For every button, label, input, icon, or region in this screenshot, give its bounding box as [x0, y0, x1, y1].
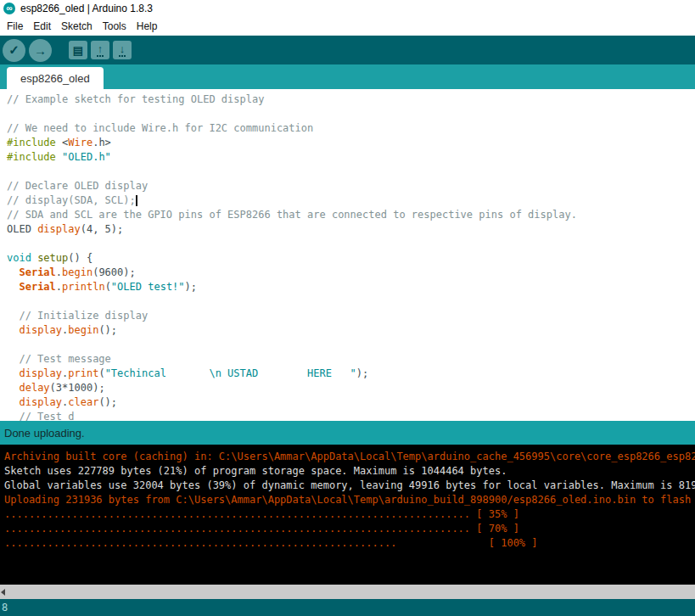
console-output[interactable]: Archiving built core (caching) in: C:\Us… [0, 445, 695, 585]
new-sketch-button[interactable]: ▤ [69, 41, 87, 59]
menu-tools[interactable]: Tools [98, 19, 132, 34]
arduino-ide-window: ∞ esp8266_oled | Arduino 1.8.3 File Edit… [0, 0, 695, 616]
code-line: display.print("Techincal \n USTAD HERE "… [7, 367, 695, 381]
menu-bar: File Edit Sketch Tools Help [0, 17, 695, 35]
code-line: // display(SDA, SCL); [7, 193, 695, 208]
code-line: // Test message [7, 352, 695, 367]
down-arrow-icon: ↓ [119, 44, 126, 57]
console-line: Global variables use 32004 bytes (39%) o… [4, 479, 695, 493]
save-button[interactable]: ↓ [113, 41, 132, 59]
code-line: // We need to include Wire.h for I2C com… [7, 121, 695, 136]
code-line: void setup() { [7, 251, 695, 266]
tab-strip: esp8266_oled [0, 64, 695, 89]
code-line [7, 294, 695, 309]
console-line: ........................................… [4, 522, 695, 536]
code-line: delay(3*1000); [7, 381, 695, 395]
console-line: ........................................… [4, 507, 695, 522]
code-line: display.begin(); [7, 323, 695, 338]
status-bar: Done uploading. [0, 421, 695, 445]
window-title: esp8266_oled | Arduino 1.8.3 [20, 3, 153, 14]
code-line [7, 165, 695, 179]
tab-esp8266-oled[interactable]: esp8266_oled [7, 67, 104, 89]
verify-button[interactable]: ✓ [3, 39, 25, 62]
console-line: ........................................… [4, 536, 695, 551]
upload-button[interactable]: → [29, 39, 52, 62]
up-arrow-icon: ↑ [97, 44, 104, 57]
console-line: Archiving built core (caching) in: C:\Us… [4, 450, 695, 464]
cursor-line-indicator: 8 [2, 602, 8, 613]
code-line: #include <Wire.h> [7, 136, 695, 150]
code-line: // Test d [7, 410, 695, 421]
menu-file[interactable]: File [2, 19, 28, 34]
code-line: Serial.begin(9600); [7, 266, 695, 280]
console-line: Sketch uses 227789 bytes (21%) of progra… [4, 464, 695, 479]
check-icon: ✓ [8, 42, 20, 58]
right-arrow-icon: → [34, 43, 47, 58]
menu-help[interactable]: Help [132, 19, 163, 34]
text-caret [136, 195, 137, 206]
console-line: Uploading 231936 bytes from C:\Users\Amm… [4, 493, 695, 507]
title-bar: ∞ esp8266_oled | Arduino 1.8.3 [0, 0, 695, 17]
code-line [7, 338, 695, 352]
menu-sketch[interactable]: Sketch [56, 19, 98, 34]
code-line: Serial.println("OLED test!"); [7, 280, 695, 294]
toolbar: ✓ → ▤ ↑ ↓ [0, 35, 695, 64]
bottom-status-bar: 8 [0, 599, 695, 616]
status-message: Done uploading. [4, 427, 85, 440]
code-line [7, 107, 695, 121]
horizontal-scrollbar[interactable] [0, 585, 695, 599]
code-line: // Example sketch for testing OLED displ… [7, 92, 695, 107]
code-line [7, 237, 695, 251]
code-line: // SDA and SCL are the GPIO pins of ESP8… [7, 208, 695, 222]
tab-label: esp8266_oled [20, 72, 90, 85]
code-line: // Initialize display [7, 309, 695, 323]
scroll-left-arrow-icon[interactable] [1, 589, 5, 596]
code-line: #include "OLED.h" [7, 150, 695, 165]
code-line: OLED display(4, 5); [7, 222, 695, 237]
menu-edit[interactable]: Edit [28, 19, 56, 34]
code-line: // Declare OLED display [7, 179, 695, 193]
arduino-logo-icon: ∞ [3, 3, 15, 14]
document-icon: ▤ [73, 44, 83, 57]
code-line: display.clear(); [7, 395, 695, 410]
code-area[interactable]: // Example sketch for testing OLED displ… [0, 89, 695, 421]
open-button[interactable]: ↑ [91, 41, 109, 59]
